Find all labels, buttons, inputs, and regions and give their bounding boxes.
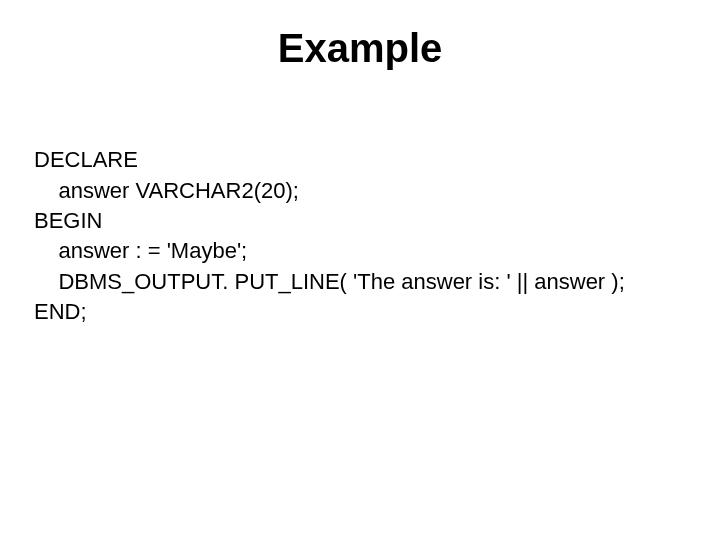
code-line: DECLARE [34,147,138,172]
code-line: BEGIN [34,208,102,233]
code-line: answer : = 'Maybe'; [34,238,247,263]
code-line: answer VARCHAR2(20); [34,178,299,203]
slide: Example DECLARE answer VARCHAR2(20); BEG… [0,0,720,540]
code-block: DECLARE answer VARCHAR2(20); BEGIN answe… [34,115,686,358]
code-line: DBMS_OUTPUT. PUT_LINE( 'The answer is: '… [34,269,625,294]
code-line: END; [34,299,87,324]
slide-title: Example [34,26,686,71]
